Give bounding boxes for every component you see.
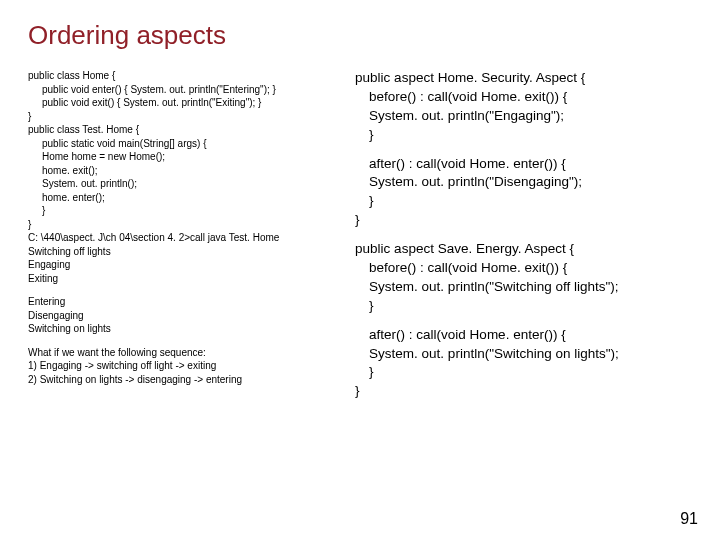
code-line: home. enter(); (28, 191, 345, 205)
aspect-block-1: public aspect Home. Security. Aspect { b… (355, 69, 692, 230)
code-line: } (28, 218, 345, 232)
code-line: System. out. println("Engaging"); (355, 107, 692, 126)
output-line: Disengaging (28, 309, 345, 323)
output-line: Switching on lights (28, 322, 345, 336)
code-line: before() : call(void Home. exit()) { (355, 88, 692, 107)
code-line: System. out. println("Switching off ligh… (355, 278, 692, 297)
code-line: System. out. println("Switching on light… (355, 345, 692, 364)
code-line: } (355, 363, 692, 382)
note-block: What if we want the following sequence: … (28, 346, 345, 387)
spacer (355, 145, 692, 155)
code-line: public void exit() { System. out. printl… (28, 96, 345, 110)
code-line: } (355, 297, 692, 316)
code-line: } (355, 126, 692, 145)
code-block-1: public class Home { public void enter() … (28, 69, 345, 285)
output-line: Entering (28, 295, 345, 309)
code-line: public aspect Home. Security. Aspect { (355, 69, 692, 88)
note-line: What if we want the following sequence: (28, 346, 345, 360)
code-line: C: \440\aspect. J\ch 04\section 4. 2>cal… (28, 231, 345, 245)
code-line: Switching off lights (28, 245, 345, 259)
spacer (355, 316, 692, 326)
aspect-block-2: public aspect Save. Energy. Aspect { bef… (355, 240, 692, 401)
code-line: home. exit(); (28, 164, 345, 178)
code-line: public class Home { (28, 69, 345, 83)
code-line: System. out. println("Disengaging"); (355, 173, 692, 192)
code-line: System. out. println(); (28, 177, 345, 191)
right-column: public aspect Home. Security. Aspect { b… (355, 69, 692, 411)
left-column: public class Home { public void enter() … (28, 69, 345, 411)
code-line: public class Test. Home { (28, 123, 345, 137)
code-line: } (28, 204, 345, 218)
code-line: Home home = new Home(); (28, 150, 345, 164)
code-line: public static void main(String[] args) { (28, 137, 345, 151)
content-columns: public class Home { public void enter() … (28, 69, 692, 411)
code-line: Exiting (28, 272, 345, 286)
slide-title: Ordering aspects (28, 20, 692, 51)
note-line: 2) Switching on lights -> disengaging ->… (28, 373, 345, 387)
code-line: after() : call(void Home. enter()) { (355, 155, 692, 174)
output-block: Entering Disengaging Switching on lights (28, 295, 345, 336)
code-line: public aspect Save. Energy. Aspect { (355, 240, 692, 259)
code-line: } (355, 211, 692, 230)
note-line: 1) Engaging -> switching off light -> ex… (28, 359, 345, 373)
code-line: } (28, 110, 345, 124)
code-line: before() : call(void Home. exit()) { (355, 259, 692, 278)
code-line: } (355, 192, 692, 211)
code-line: } (355, 382, 692, 401)
code-line: Engaging (28, 258, 345, 272)
code-line: public void enter() { System. out. print… (28, 83, 345, 97)
page-number: 91 (680, 510, 698, 528)
code-line: after() : call(void Home. enter()) { (355, 326, 692, 345)
